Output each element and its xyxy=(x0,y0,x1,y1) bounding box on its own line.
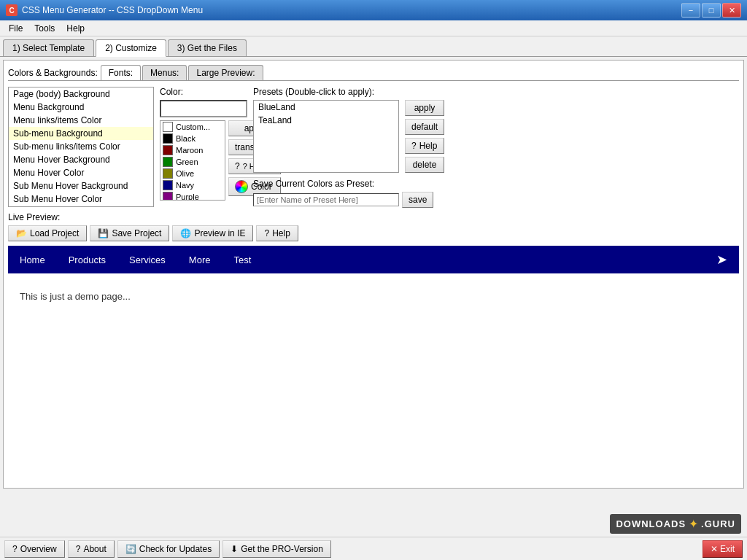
presets-label: Presets (Double-click to apply): xyxy=(253,87,739,97)
preview-help-icon: ? xyxy=(264,228,269,238)
maximize-button[interactable]: □ xyxy=(702,3,721,18)
overview-icon: ? xyxy=(12,544,18,554)
overview-button[interactable]: ? Overview xyxy=(4,540,65,558)
bottom-bar: ? Overview ? About 🔄 Check for Updates ⬇… xyxy=(0,537,747,560)
preset-name-input[interactable] xyxy=(253,193,399,206)
color-item-menu-links[interactable]: Menu links/items Color xyxy=(9,114,153,127)
presets-list[interactable]: BlueLand TeaLand xyxy=(253,100,399,173)
nav-preview: Home Products Services More Test ➤ xyxy=(8,246,739,273)
save-project-button[interactable]: 💾 Save Project xyxy=(90,225,169,241)
cursor-indicator: ➤ xyxy=(716,252,727,268)
close-button[interactable]: ✕ xyxy=(722,3,741,18)
presets-help-icon: ? xyxy=(411,141,417,151)
sub-tabs-label: Colors & Backgrounds: xyxy=(8,68,98,78)
preset-tealand[interactable]: TeaLand xyxy=(254,114,398,127)
nav-services[interactable]: Services xyxy=(129,254,166,265)
swatch-box-custom xyxy=(163,122,173,132)
color-label: Color: xyxy=(160,87,247,97)
demo-text: This is just a demo page... xyxy=(20,291,131,302)
color-item-submenu-links[interactable]: Sub-menu links/items Color xyxy=(9,140,153,153)
load-project-button[interactable]: 📂 Load Project xyxy=(8,225,87,241)
nav-test[interactable]: Test xyxy=(233,254,251,265)
app-icon: C xyxy=(6,4,18,16)
swatch-box-purple xyxy=(163,192,173,201)
preview-toolbar: 📂 Load Project 💾 Save Project 🌐 Preview … xyxy=(8,225,739,241)
watermark-downloads: DOWNLOADS xyxy=(616,518,686,529)
color-item-submenu-bg[interactable]: Sub-menu Background xyxy=(9,127,153,140)
tab-select-template[interactable]: 1) Select Template xyxy=(3,39,94,56)
nav-home[interactable]: Home xyxy=(20,254,45,265)
color-swatch-list[interactable]: Custom... Black Maroon Green xyxy=(160,120,225,201)
presets-help-button[interactable]: ? Help xyxy=(405,138,444,154)
main-content: Colors & Backgrounds: Fonts: Menus: Larg… xyxy=(3,60,744,489)
tab-get-files[interactable]: 3) Get the Files xyxy=(168,39,247,56)
nav-more[interactable]: More xyxy=(189,254,211,265)
swatch-olive[interactable]: Olive xyxy=(160,168,225,179)
download-icon: ⬇ xyxy=(231,544,238,554)
color-circle-icon xyxy=(235,180,248,193)
swatch-purple[interactable]: Purple xyxy=(160,191,225,201)
presets-delete-button[interactable]: delete xyxy=(405,157,444,173)
save-preset-row: save xyxy=(253,192,739,208)
swatch-maroon[interactable]: Maroon xyxy=(160,144,225,156)
color-item-menu-bg[interactable]: Menu Background xyxy=(9,101,153,114)
sub-tab-menus[interactable]: Menus: xyxy=(142,65,187,80)
sub-tabs: Colors & Backgrounds: Fonts: Menus: Larg… xyxy=(8,65,739,81)
color-item-page-bg[interactable]: Page (body) Background xyxy=(9,88,153,101)
exit-button[interactable]: ✕ Exit xyxy=(703,540,743,558)
swatch-box-navy xyxy=(163,180,173,190)
swatch-custom[interactable]: Custom... xyxy=(160,121,225,133)
swatch-box-green xyxy=(163,157,173,167)
bottom-left-buttons: ? Overview ? About 🔄 Check for Updates ⬇… xyxy=(4,540,331,558)
color-list-container: Page (body) Background Menu Background M… xyxy=(8,87,154,208)
get-pro-button[interactable]: ⬇ Get the PRO-Version xyxy=(222,540,331,558)
swatch-green[interactable]: Green xyxy=(160,156,225,168)
window-title: CSS Menu Generator -- CSS DropDown Menu xyxy=(22,5,203,15)
live-preview-label: Live Preview: xyxy=(8,212,739,222)
color-list[interactable]: Page (body) Background Menu Background M… xyxy=(8,87,154,207)
color-item-submenu-hover-bg[interactable]: Sub Menu Hover Background xyxy=(9,179,153,192)
swatch-box-olive xyxy=(163,168,173,179)
main-tabs: 1) Select Template 2) Customize 3) Get t… xyxy=(0,36,747,57)
save-icon: 💾 xyxy=(98,228,109,238)
presets-area: Presets (Double-click to apply): BlueLan… xyxy=(253,87,739,208)
preview-help-button[interactable]: ? Help xyxy=(256,225,298,241)
nav-products[interactable]: Products xyxy=(69,254,106,265)
color-item-menu-hover-bg[interactable]: Menu Hover Background xyxy=(9,153,153,166)
preview-ie-button[interactable]: 🌐 Preview in IE xyxy=(172,225,253,241)
color-item-menu-hover-color[interactable]: Menu Hover Color xyxy=(9,166,153,179)
preset-blueland[interactable]: BlueLand xyxy=(254,101,398,114)
menu-bar: File Tools Help xyxy=(0,20,747,36)
minimize-button[interactable]: − xyxy=(681,3,700,18)
watermark-suffix: .GURU xyxy=(701,518,735,529)
save-preset-label: Save Current Colors as Preset: xyxy=(253,179,739,189)
presets-split: BlueLand TeaLand apply default ? Help de… xyxy=(253,100,739,173)
color-item-borders[interactable]: Menu Borders Color xyxy=(9,206,153,207)
presets-default-button[interactable]: default xyxy=(405,119,444,135)
color-panel: Page (body) Background Menu Background M… xyxy=(8,87,739,208)
tab-customize[interactable]: 2) Customize xyxy=(96,39,166,57)
menu-tools[interactable]: Tools xyxy=(28,22,61,35)
update-icon: 🔄 xyxy=(125,544,136,554)
sub-tab-large-preview[interactable]: Large Preview: xyxy=(188,65,263,80)
swatch-label-purple: Purple xyxy=(176,192,199,201)
load-icon: 📂 xyxy=(16,228,27,238)
about-icon: ? xyxy=(76,544,81,554)
about-button[interactable]: ? About xyxy=(68,540,115,558)
menu-file[interactable]: File xyxy=(3,22,28,35)
sub-tab-fonts[interactable]: Fonts: xyxy=(101,65,141,80)
color-input-box[interactable] xyxy=(160,100,247,117)
color-item-submenu-hover-color[interactable]: Sub Menu Hover Color xyxy=(9,192,153,206)
swatch-navy[interactable]: Navy xyxy=(160,179,225,191)
swatch-black[interactable]: Black xyxy=(160,133,225,144)
swatch-box-black xyxy=(163,133,173,144)
check-updates-button[interactable]: 🔄 Check for Updates xyxy=(117,540,220,558)
menu-help[interactable]: Help xyxy=(61,22,90,35)
title-bar: C CSS Menu Generator -- CSS DropDown Men… xyxy=(0,0,747,20)
swatch-label-custom: Custom... xyxy=(176,122,210,131)
presets-buttons: apply default ? Help delete xyxy=(405,100,444,173)
presets-apply-button[interactable]: apply xyxy=(405,100,444,116)
ie-icon: 🌐 xyxy=(180,228,191,238)
help-icon: ? xyxy=(235,161,240,171)
save-preset-button[interactable]: save xyxy=(402,192,433,208)
